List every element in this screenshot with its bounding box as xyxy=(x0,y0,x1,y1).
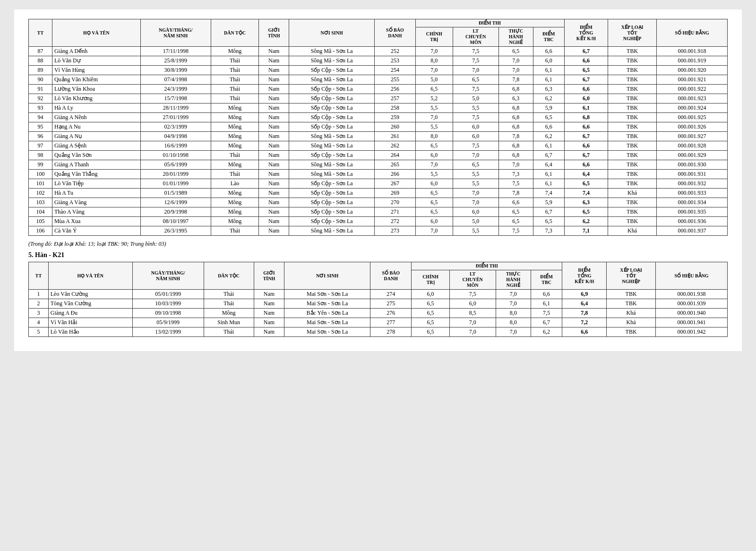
cell-xep-loai: Khá xyxy=(607,309,656,318)
cell-so-hieu: 000.001.936 xyxy=(656,217,727,226)
cell-diem-tbc: 6,5 xyxy=(533,113,564,122)
cell-chinh-tri: 6,5 xyxy=(415,207,453,217)
main-table: TT HỌ VÀ TÊN NGÀY/THÁNG/NĂM SINH DÂN TỘC… xyxy=(28,19,728,236)
s-col-diem-tong: ĐIỂMTỔNGKẾT K/H xyxy=(562,262,607,290)
cell-diem-tbc: 6,1 xyxy=(533,75,564,85)
cell-dan-toc: Mông xyxy=(211,132,258,141)
cell-dan-toc: Mông xyxy=(211,103,258,113)
col-so-hieu: SỐ HIỆU BẰNG xyxy=(656,19,727,47)
cell-diem-tbc: 6,7 xyxy=(531,318,562,327)
cell-thuc-hanh: 7,0 xyxy=(498,160,533,170)
cell-xep-loai: TBK xyxy=(608,179,657,189)
cell-so-bao-danh: 266 xyxy=(375,170,415,179)
cell-name: Giàng A Nênh xyxy=(52,113,140,122)
table-row: 2 Tòng Văn Cường 10/03/1999 Thái Nam Mai… xyxy=(29,299,728,309)
cell-xep-loai: TBK xyxy=(608,47,657,56)
table-row: 87 Giàng A Dếnh 17/11/1998 Mông Nam Sông… xyxy=(29,47,728,56)
cell-noi-sinh: Sốp Cộp - Sơn La xyxy=(289,94,375,103)
cell-noi-sinh: Sốp Cộp - Sơn La xyxy=(289,122,375,132)
cell-dan-toc: Mông xyxy=(211,122,258,132)
cell-diem-tbc: 6,4 xyxy=(533,160,564,170)
cell-so-bao-danh: 271 xyxy=(375,207,415,217)
cell-noi-sinh: Mai Sơn - Sơn La xyxy=(284,299,370,309)
cell-tt: 1 xyxy=(29,290,49,299)
cell-noi-sinh: Mai Sơn - Sơn La xyxy=(284,327,370,337)
cell-dob: 10/03/1999 xyxy=(132,299,204,309)
cell-name: Giàng A Nụ xyxy=(52,132,140,141)
cell-lt-chuyen-mon: 5,0 xyxy=(453,94,498,103)
cell-diem-tbc: 7,3 xyxy=(533,226,564,236)
cell-lt-chuyen-mon: 7,5 xyxy=(453,113,498,122)
cell-diem-tong: 6,0 xyxy=(564,94,608,103)
cell-diem-tbc: 6,1 xyxy=(531,299,562,309)
cell-lt-chuyen-mon: 7,0 xyxy=(453,151,498,160)
s-col-tt: TT xyxy=(29,262,49,290)
cell-xep-loai: Khá xyxy=(607,318,656,327)
cell-gioi-tinh: Nam xyxy=(254,309,284,318)
cell-dan-toc: Mông xyxy=(211,198,258,207)
cell-name: Lò Văn Dự xyxy=(52,56,140,66)
cell-diem-tong: 6,4 xyxy=(562,299,607,309)
cell-thuc-hanh: 6,6 xyxy=(498,198,533,207)
cell-name: Thào A Vàng xyxy=(52,207,140,217)
cell-so-bao-danh: 273 xyxy=(375,226,415,236)
cell-so-hieu: 000.001.921 xyxy=(656,75,727,85)
cell-noi-sinh: Sốp Cộp - Sơn La xyxy=(289,151,375,160)
s-col-xep-loai: XẾP LOẠITỐTNGHIỆP xyxy=(607,262,656,290)
cell-chinh-tri: 6,0 xyxy=(415,179,453,189)
cell-noi-sinh: Sông Mã - Sơn La xyxy=(289,132,375,141)
cell-chinh-tri: 7,0 xyxy=(415,66,453,75)
cell-so-hieu: 000.001.929 xyxy=(656,151,727,160)
cell-lt-chuyen-mon: 7,0 xyxy=(449,318,496,327)
cell-gioi-tinh: Nam xyxy=(259,47,289,56)
s-col-gioi-tinh: GIỚITÍNH xyxy=(254,262,284,290)
cell-so-hieu: 000.001.942 xyxy=(656,327,728,337)
cell-dob: 01/10/1998 xyxy=(140,151,211,160)
page: TT HỌ VÀ TÊN NGÀY/THÁNG/NĂM SINH DÂN TỘC… xyxy=(14,9,742,351)
cell-dob: 20/01/1999 xyxy=(140,170,211,179)
cell-chinh-tri: 6,0 xyxy=(412,290,449,299)
cell-chinh-tri: 8,0 xyxy=(415,56,453,66)
cell-diem-tong: 6,9 xyxy=(562,290,607,299)
cell-name: Quảng Văn Thắng xyxy=(52,170,140,179)
cell-tt: 100 xyxy=(29,170,52,179)
cell-diem-tbc: 6,3 xyxy=(533,85,564,94)
cell-thuc-hanh: 7,0 xyxy=(498,56,533,66)
cell-dob: 07/4/1998 xyxy=(140,75,211,85)
cell-diem-tong: 6,6 xyxy=(564,56,608,66)
table-row: 98 Quảng Văn Sơn 01/10/1998 Thái Nam Sốp… xyxy=(29,151,728,160)
table-row: 97 Giàng A Sệnh 16/6/1999 Mông Nam Sông … xyxy=(29,141,728,151)
cell-dan-toc: Mông xyxy=(204,309,254,318)
table-row: 4 Vì Văn Hải 05/9/1999 Sinh Mun Nam Mai … xyxy=(29,318,728,327)
cell-dob: 12/6/1999 xyxy=(140,198,211,207)
cell-diem-tong: 6,8 xyxy=(564,113,608,122)
cell-diem-tong: 6,7 xyxy=(564,75,608,85)
cell-xep-loai: TBK xyxy=(607,299,656,309)
cell-so-bao-danh: 272 xyxy=(375,217,415,226)
table-row: 89 Vì Văn Hùng 30/8/1999 Thái Nam Sốp Cộ… xyxy=(29,66,728,75)
cell-dan-toc: Thái xyxy=(211,94,258,103)
s-col-so-hieu: SỐ HIỆU BẰNG xyxy=(656,262,728,290)
s-col-so-bao-danh: SỐ BÁODANH xyxy=(370,262,412,290)
cell-thuc-hanh: 7,5 xyxy=(498,179,533,189)
col-name: HỌ VÀ TÊN xyxy=(52,19,140,47)
cell-so-bao-danh: 277 xyxy=(370,318,412,327)
col-tt: TT xyxy=(29,19,52,47)
table-row: 102 Hà A Tu 01/5/1989 Mông Nam Sốp Cộp -… xyxy=(29,189,728,198)
cell-name: Lò Văn Tiệp xyxy=(52,179,140,189)
cell-dan-toc: Thái xyxy=(204,327,254,337)
cell-gioi-tinh: Nam xyxy=(259,160,289,170)
cell-chinh-tri: 7,0 xyxy=(415,226,453,236)
cell-thuc-hanh: 6,8 xyxy=(498,113,533,122)
cell-name: Vì Văn Hùng xyxy=(52,66,140,75)
cell-tt: 4 xyxy=(29,318,49,327)
cell-so-hieu: 000.001.931 xyxy=(656,170,727,179)
cell-diem-tbc: 6,1 xyxy=(533,141,564,151)
cell-so-hieu: 000.001.919 xyxy=(656,56,727,66)
cell-xep-loai: TBK xyxy=(608,217,657,226)
cell-lt-chuyen-mon: 5,5 xyxy=(453,179,498,189)
cell-so-hieu: 000.001.930 xyxy=(656,160,727,170)
cell-dob: 27/01/1999 xyxy=(140,113,211,122)
table-row: 104 Thào A Vàng 20/9/1998 Mông Nam Sốp C… xyxy=(29,207,728,217)
cell-lt-chuyen-mon: 7,5 xyxy=(453,85,498,94)
